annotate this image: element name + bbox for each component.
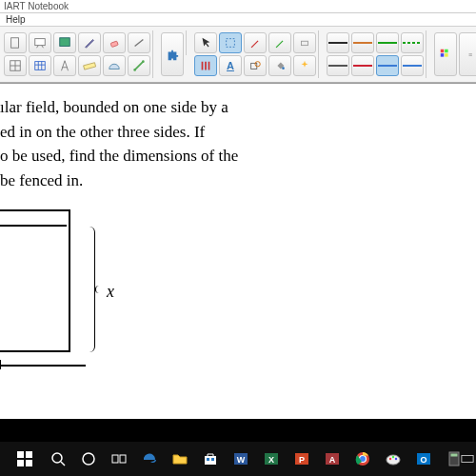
svg-text:O: O: [420, 455, 426, 465]
measure-button[interactable]: [128, 55, 150, 76]
tool-group-addons: [159, 30, 187, 55]
excel-button[interactable]: X: [257, 445, 286, 473]
problem-text: ılar field, bounded on one side by a ed …: [0, 91, 476, 192]
toolbar: A ≡: [0, 26, 476, 83]
svg-point-8: [133, 69, 136, 71]
line-style-2[interactable]: [351, 32, 374, 53]
text-line-3: o be used, find the dimensions of the: [0, 144, 468, 169]
protractor-button[interactable]: [103, 55, 126, 76]
color-palette-button[interactable]: [434, 32, 457, 76]
svg-text:W: W: [237, 455, 246, 465]
svg-rect-21: [17, 460, 24, 466]
addons-button[interactable]: [161, 32, 184, 76]
system-tray[interactable]: [461, 452, 474, 466]
creative-pen-button[interactable]: [268, 32, 291, 53]
screen-shade-button[interactable]: [53, 32, 76, 53]
svg-rect-48: [451, 454, 458, 457]
pen-tool-button[interactable]: [244, 32, 267, 53]
field-top-line: [0, 225, 67, 227]
svg-rect-3: [110, 41, 118, 48]
menu-bar[interactable]: Help: [0, 13, 476, 26]
line-style-4[interactable]: [401, 32, 424, 53]
eraser-button[interactable]: [103, 32, 126, 53]
powerpoint-button[interactable]: P: [288, 445, 316, 473]
text-line-4: be fenced in.: [0, 169, 468, 193]
pointer-button[interactable]: [194, 32, 217, 53]
svg-text:X: X: [268, 455, 274, 465]
table-button[interactable]: [29, 55, 51, 76]
svg-rect-15: [441, 50, 445, 53]
new-doc-button[interactable]: [4, 32, 27, 53]
svg-point-13: [255, 62, 260, 67]
chrome-button[interactable]: [348, 445, 377, 473]
tool-group-select: A: [192, 30, 319, 78]
access-button[interactable]: A: [318, 445, 347, 473]
svg-point-44: [395, 458, 397, 460]
svg-rect-10: [227, 39, 235, 48]
svg-point-14: [282, 67, 285, 69]
fill-button[interactable]: [268, 55, 291, 76]
line-style-7[interactable]: [376, 55, 399, 76]
svg-rect-1: [35, 39, 46, 46]
svg-point-43: [392, 456, 394, 458]
outlook-button[interactable]: O: [409, 445, 438, 473]
paint-button[interactable]: [379, 445, 407, 473]
search-button[interactable]: [44, 445, 72, 473]
x-label: x: [107, 282, 114, 302]
pen-button[interactable]: [78, 32, 101, 53]
svg-rect-26: [112, 455, 118, 463]
svg-rect-6: [35, 62, 46, 70]
text-a-button[interactable]: A: [219, 55, 242, 76]
svg-rect-11: [302, 41, 308, 45]
shape-button[interactable]: [244, 55, 267, 76]
svg-line-4: [135, 40, 144, 47]
line-style-3[interactable]: [376, 32, 399, 53]
svg-line-24: [61, 462, 65, 466]
text-line-1: ılar field, bounded on one side by a: [0, 95, 468, 120]
svg-rect-22: [26, 460, 32, 466]
title-bar: IART Notebook: [0, 0, 476, 13]
edge-button[interactable]: [135, 445, 164, 473]
line-style-5[interactable]: [327, 55, 349, 76]
line-style-6[interactable]: [351, 55, 374, 76]
line-button[interactable]: [128, 32, 150, 53]
app-title: IART Notebook: [4, 1, 69, 11]
svg-rect-29: [207, 458, 209, 461]
svg-rect-49: [462, 456, 473, 463]
svg-point-25: [83, 453, 94, 465]
properties-button[interactable]: ≡: [459, 32, 476, 76]
svg-rect-16: [445, 50, 448, 53]
tray-keyboard-icon[interactable]: [461, 452, 474, 466]
magic-button[interactable]: [293, 55, 316, 76]
highlighter-button[interactable]: [194, 55, 217, 76]
start-button[interactable]: [8, 445, 42, 473]
ruler-button[interactable]: [78, 55, 101, 76]
select-button[interactable]: [219, 32, 242, 53]
svg-rect-0: [11, 38, 19, 49]
line-style-8[interactable]: [401, 55, 424, 76]
windows-taskbar[interactable]: W X P A O: [0, 442, 476, 476]
svg-rect-27: [120, 455, 126, 463]
store-button[interactable]: [196, 445, 225, 473]
svg-rect-17: [441, 53, 445, 57]
svg-rect-28: [205, 456, 216, 465]
base-dimension: [0, 362, 86, 371]
text-line-2: ed in on the other three sides. If: [0, 120, 468, 145]
presentation-button[interactable]: [29, 32, 51, 53]
cortana-button[interactable]: [74, 445, 103, 473]
svg-text:P: P: [299, 455, 305, 465]
line-style-1[interactable]: [327, 32, 349, 53]
svg-point-9: [142, 60, 145, 63]
file-explorer-button[interactable]: [166, 445, 194, 473]
svg-rect-2: [60, 38, 70, 47]
eraser-tool-button[interactable]: [293, 32, 316, 53]
svg-rect-19: [17, 451, 24, 458]
svg-rect-7: [84, 63, 96, 69]
canvas-area[interactable]: ılar field, bounded on one side by a ed …: [0, 83, 476, 419]
word-button[interactable]: W: [227, 445, 255, 473]
compass-button[interactable]: [53, 55, 76, 76]
help-menu[interactable]: Help: [6, 14, 26, 25]
taskview-button[interactable]: [105, 445, 133, 473]
tool-group-lines: [325, 30, 426, 78]
grid-button[interactable]: [4, 55, 27, 76]
